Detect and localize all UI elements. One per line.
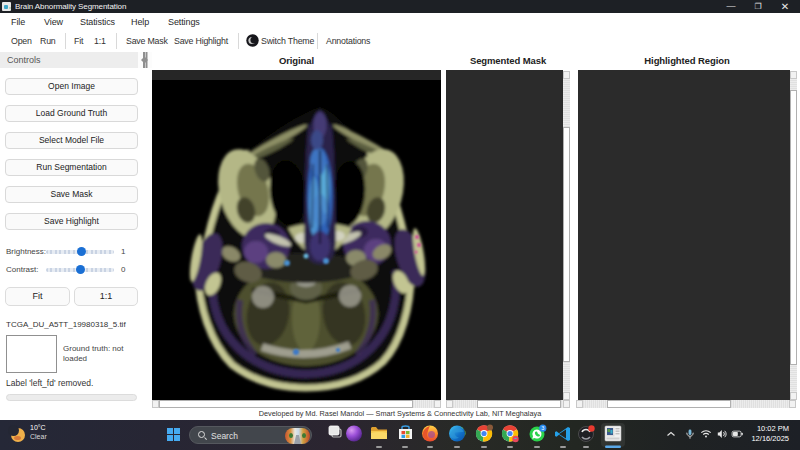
svg-text:3: 3: [541, 425, 544, 431]
